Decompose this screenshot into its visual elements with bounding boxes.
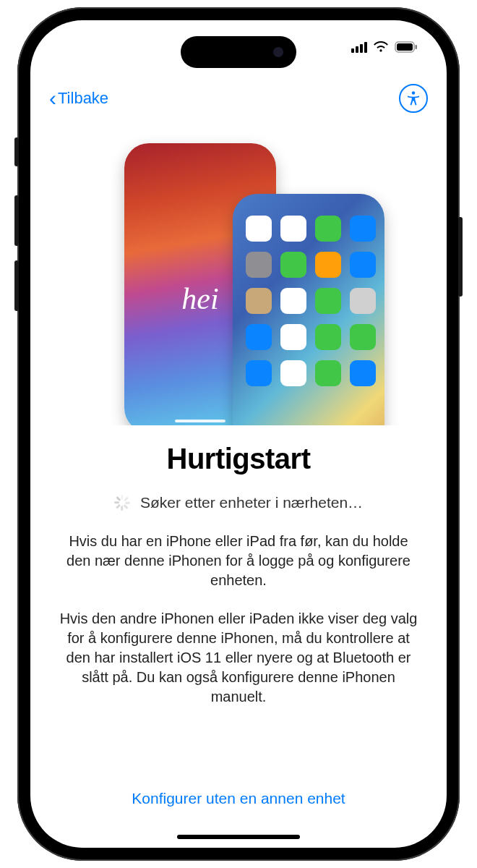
app-icon xyxy=(350,252,376,278)
app-icon xyxy=(246,216,272,242)
accessibility-button[interactable] xyxy=(399,84,428,113)
app-icon xyxy=(246,288,272,314)
app-icon xyxy=(315,216,341,242)
setup-without-device-button[interactable]: Konfigurer uten en annen enhet xyxy=(30,790,447,807)
spinner-icon xyxy=(114,495,130,511)
cellular-signal-icon xyxy=(351,42,367,53)
accessibility-icon xyxy=(405,90,422,107)
content-area: Hurtigstart Søker etter enheter i nærhet… xyxy=(30,425,447,707)
volume-up-button xyxy=(14,195,19,246)
app-icon xyxy=(280,360,306,386)
phone-mock-homescreen xyxy=(233,194,384,425)
app-icon xyxy=(350,324,376,350)
app-icon xyxy=(280,288,306,314)
app-icon xyxy=(246,360,272,386)
app-icon xyxy=(350,360,376,386)
app-icon xyxy=(246,324,272,350)
back-label: Tilbake xyxy=(58,89,108,108)
back-button[interactable]: ‹ Tilbake xyxy=(49,88,108,109)
app-icon xyxy=(315,324,341,350)
app-icon xyxy=(280,324,306,350)
greeting-text: hei xyxy=(181,281,218,316)
searching-status: Søker etter enheter i nærheten… xyxy=(59,494,418,511)
app-icon xyxy=(350,216,376,242)
app-icon xyxy=(280,216,306,242)
hero-illustration: hei xyxy=(30,114,447,425)
svg-rect-1 xyxy=(397,43,413,51)
page-title: Hurtigstart xyxy=(59,443,418,475)
searching-text: Søker etter enheter i nærheten… xyxy=(140,494,363,511)
chevron-left-icon: ‹ xyxy=(49,88,56,109)
svg-point-3 xyxy=(412,91,415,94)
dynamic-island xyxy=(181,36,296,68)
screen: ‹ Tilbake hei Hurtigstart xyxy=(30,20,447,848)
instructions-para-1: Hvis du har en iPhone eller iPad fra før… xyxy=(59,532,418,590)
home-indicator[interactable] xyxy=(177,835,300,839)
app-grid xyxy=(246,216,371,386)
nav-bar: ‹ Tilbake xyxy=(30,78,447,119)
status-icons xyxy=(351,41,418,53)
power-button xyxy=(458,217,463,297)
svg-rect-2 xyxy=(416,45,418,49)
battery-icon xyxy=(395,41,418,53)
volume-down-button xyxy=(14,260,19,311)
wifi-icon xyxy=(373,41,389,53)
silent-switch xyxy=(14,137,19,166)
instructions-para-2: Hvis den andre iPhonen eller iPaden ikke… xyxy=(59,609,418,707)
app-icon xyxy=(350,288,376,314)
home-indicator-mock xyxy=(175,420,225,422)
app-icon xyxy=(280,252,306,278)
app-icon xyxy=(315,252,341,278)
app-icon xyxy=(315,288,341,314)
app-icon xyxy=(246,252,272,278)
setup-without-device-label: Konfigurer uten en annen enhet xyxy=(132,790,345,807)
device-frame: ‹ Tilbake hei Hurtigstart xyxy=(17,7,460,861)
app-icon xyxy=(315,360,341,386)
